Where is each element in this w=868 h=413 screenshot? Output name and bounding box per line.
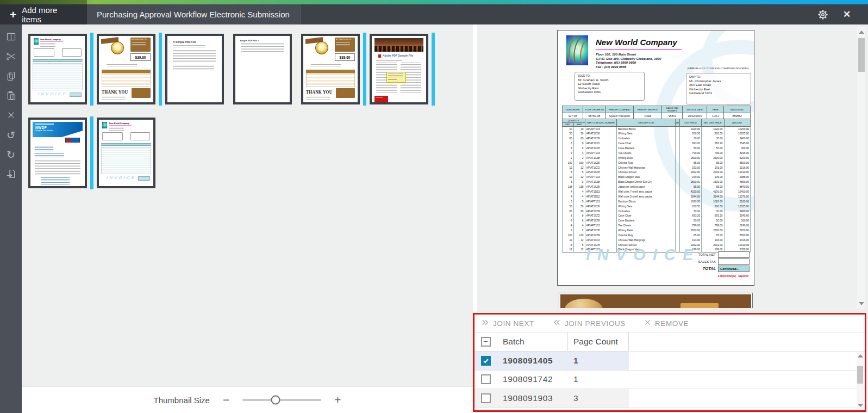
- batch-row-1908091903[interactable]: 19080919033: [474, 389, 865, 408]
- paste-icon: [5, 90, 17, 103]
- cut-button[interactable]: [0, 47, 22, 67]
- document-separator-bar: [90, 116, 93, 189]
- paste-button[interactable]: [0, 87, 22, 106]
- split-view-icon: [5, 31, 17, 45]
- total-net-box: [718, 251, 750, 258]
- undo-button[interactable]: ↺: [0, 126, 22, 145]
- row-checkbox[interactable]: [481, 374, 491, 384]
- batch-row-1908091742[interactable]: 19080917421: [474, 371, 865, 390]
- redo-button[interactable]: ↻: [0, 145, 22, 165]
- preview-panel: New World Company Floor 100, 100 Main St…: [477, 24, 868, 312]
- join-previous-button[interactable]: JOIN PREVIOUS: [553, 318, 626, 328]
- scroll-up-icon[interactable]: [858, 354, 863, 357]
- mini-emblem: [111, 41, 124, 54]
- plus-icon: +: [10, 9, 16, 20]
- workflow-tab-label: Purchasing Approval Workflow Electronic …: [97, 10, 290, 19]
- order-col: FREIGHT METHOD: [634, 106, 662, 113]
- invoice-item-row: 33APIAT1C38Black Dragon Dinner Set (24)1…: [563, 180, 751, 184]
- document-separator-bar: [432, 33, 435, 106]
- tool-sidebar: ↺↻: [0, 24, 22, 413]
- order-val: 859852: [724, 113, 751, 119]
- order-val: 98750-98: [583, 113, 606, 119]
- invoice-item-row: 8080APIAT1C39Umbrellas30.0030.002400.00: [563, 136, 751, 141]
- mini-paragraph: [173, 50, 216, 63]
- slider-knob[interactable]: [271, 396, 280, 405]
- thumbnail-simple1[interactable]: A Simple PDF File: [165, 34, 224, 104]
- insert-page-button[interactable]: [0, 165, 22, 184]
- row-checkbox-checked[interactable]: [481, 356, 491, 366]
- split-view-button[interactable]: [0, 28, 22, 47]
- mini-item-rows: [101, 147, 151, 174]
- order-val: 95843: [662, 113, 683, 119]
- remove-button[interactable]: REMOVE: [644, 319, 689, 328]
- thumbnail-invoice[interactable]: New World CompanyINVOICE: [97, 118, 155, 188]
- order-val: Speed Transport: [605, 113, 634, 119]
- order-col: INVOICE DATE: [683, 106, 707, 113]
- thumbnail-nwdf[interactable]: NWDFSample Tax Invoice: [28, 118, 87, 188]
- batch-row-1908091405[interactable]: 19080914051: [474, 352, 865, 371]
- delete-button[interactable]: [0, 106, 22, 126]
- items-col-quantity: QUANTITY: [563, 119, 585, 123]
- invoice-item-row: 66APIAT1C78Cane Baskets50.0050.00300.00: [563, 146, 751, 151]
- thumbnail-size-slider[interactable]: [242, 399, 321, 401]
- scroll-down-icon[interactable]: [859, 302, 864, 305]
- thumbnail-invoice[interactable]: New World CompanyINVOICE: [28, 34, 87, 104]
- insert-page-icon: [5, 168, 17, 182]
- thumbnail-simple2[interactable]: Simple PDF File 2: [233, 34, 292, 104]
- invoice-item-row: 1212APIAT1C72Chinese Wall Hangings193.00…: [563, 238, 751, 243]
- mini-doc-title: Simple PDF File 2: [240, 39, 259, 42]
- ship-note: (SAME AS SOLD TO UNLESS OTHERWISE INDICA…: [687, 67, 749, 70]
- copy-button[interactable]: [0, 67, 22, 87]
- thumbnail-size-increase-button[interactable]: +: [334, 393, 341, 406]
- scroll-down-icon[interactable]: [858, 404, 863, 407]
- invoice-item-row: 44APIAPT103Tea Chests799.00799.003196.00: [563, 151, 751, 156]
- row-checkbox[interactable]: [481, 393, 491, 403]
- mini-order-table: [102, 73, 151, 87]
- mini-logo: [102, 122, 107, 128]
- title-bar: + Add more items Purchasing Approval Wor…: [0, 0, 868, 24]
- join-next-button[interactable]: JOIN NEXT: [481, 318, 534, 328]
- preview-page-invoice: New World Company Floor 100, 100 Main St…: [557, 30, 754, 286]
- mini-price: $39.60: [335, 53, 355, 61]
- invoice-item-row: 22APIAT1C38Writing Desk2600.002600.00520…: [563, 156, 751, 161]
- thumbnail-panel: New World CompanyINVOICEATTENTION TO$39.…: [22, 24, 473, 386]
- thumbnail-adobe[interactable]: Adobe PDF Sample File: [370, 34, 428, 104]
- scrollbar-thumb[interactable]: [857, 366, 863, 384]
- workflow-tab[interactable]: Purchasing Approval Workflow Electronic …: [87, 4, 301, 24]
- add-more-items-label: Add more items: [22, 5, 77, 24]
- mini-logo: [65, 138, 80, 143]
- order-col: PAGE: [707, 106, 724, 113]
- sales-tax-row: SALES TAX: [698, 258, 750, 265]
- order-col: OUR ORDER: [563, 106, 583, 113]
- mini-attention-box: ATTENTION TO: [335, 38, 355, 52]
- scroll-up-icon[interactable]: [859, 30, 864, 34]
- settings-button[interactable]: [817, 9, 829, 21]
- mini-price: $39.60: [130, 53, 151, 61]
- thumbnail-receipt[interactable]: ATTENTION TO$39.60THANK YOU: [301, 34, 360, 104]
- batch-table-header: – Batch Page Count: [474, 332, 865, 352]
- close-button[interactable]: ✕: [841, 9, 853, 21]
- accent-gradient-strip: [0, 0, 868, 4]
- page-count-column-header[interactable]: Page Count: [568, 332, 629, 351]
- batch-page-count: 1: [568, 352, 629, 370]
- thumbnail-receipt[interactable]: ATTENTION TO$39.60THANK YOU: [97, 34, 155, 104]
- thumbnail-row: New World CompanyINVOICEATTENTION TO$39.…: [22, 34, 473, 106]
- batch-scrollbar[interactable]: [857, 352, 864, 409]
- invoice-item-row: 1010APIAPT103Bamboo Blinds1020.001020.00…: [563, 127, 751, 132]
- order-col: SALES TAX EXEMPT: [662, 106, 683, 113]
- invoice-item-row: 66APIAT1C78Cane Baskets50.0050.00300.00: [563, 218, 751, 223]
- mini-address-lines: [109, 127, 124, 131]
- add-more-items-tab[interactable]: + Add more items: [0, 4, 87, 24]
- select-all-checkbox[interactable]: –: [481, 337, 491, 347]
- invoice-item-row: 5050APIAT1C38Writing Sets200.50200.50100…: [563, 131, 751, 136]
- sales-tax-box: [718, 258, 750, 265]
- thumbnail-size-decrease-button[interactable]: −: [223, 393, 229, 406]
- order-val: 1 of 2: [707, 113, 724, 119]
- mini-doc-title: Adobe PDF Sample File: [383, 54, 413, 57]
- batch-column-header[interactable]: Batch: [497, 332, 568, 351]
- order-val: 26/02/2001: [683, 113, 707, 119]
- mini-company-name: New World Company: [109, 122, 129, 125]
- preview-scrollbar[interactable]: [857, 27, 865, 309]
- scrollbar-thumb[interactable]: [858, 38, 865, 72]
- invoice-item-row: 44APIAT1D12Wall units 5-shelf assy. pack…: [563, 194, 751, 199]
